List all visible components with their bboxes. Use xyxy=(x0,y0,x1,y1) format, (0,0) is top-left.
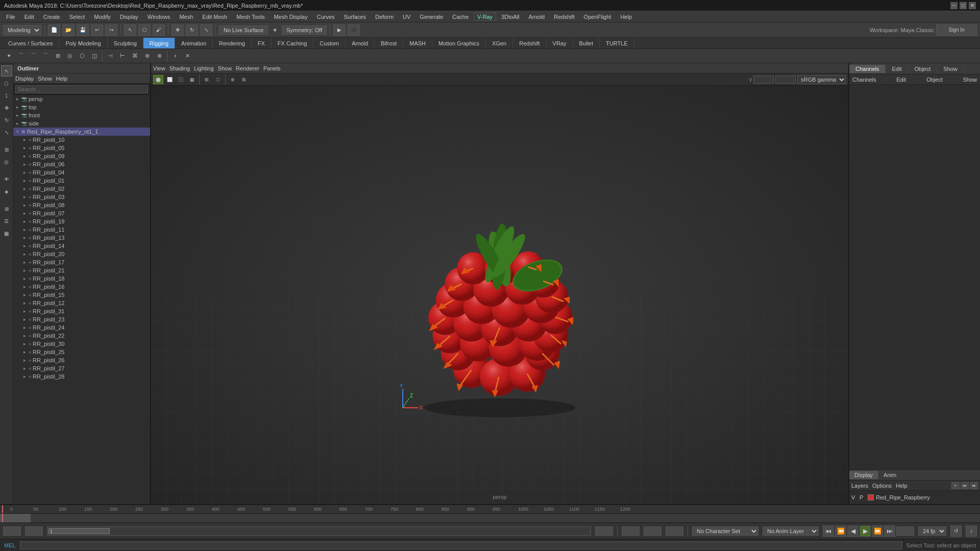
tab-turtle[interactable]: TURTLE xyxy=(600,38,634,48)
play-forward-button[interactable]: ▶ xyxy=(860,525,871,537)
select-mode-button[interactable]: ↖ xyxy=(1,65,12,77)
menu-edit[interactable]: Edit xyxy=(20,13,38,21)
rs-tab-edit[interactable]: Edit xyxy=(886,65,908,73)
symmetry-off-label[interactable]: Symmetry: Off xyxy=(282,26,327,35)
rs-tab-channels[interactable]: Channels xyxy=(849,65,886,73)
vp-ortho-btn[interactable]: ⊞ xyxy=(202,75,212,84)
rs-header-channels[interactable]: Channels xyxy=(852,77,876,83)
lasso-button[interactable]: ⤵ xyxy=(1,90,12,101)
ipr-button[interactable]: ⬛ xyxy=(348,24,360,36)
mode-dropdown[interactable]: Modeling xyxy=(3,25,41,35)
save-scene-button[interactable]: 💾 xyxy=(77,24,89,36)
menu-edit-mesh[interactable]: Edit Mesh xyxy=(198,13,231,21)
tab-arnold[interactable]: Arnold xyxy=(346,38,375,48)
da-tab-anim[interactable]: Anim xyxy=(878,471,902,479)
outliner-tree[interactable]: ▸ 📷 persp ▸ 📷 top ▸ 📷 front ▸ 📷 side xyxy=(13,95,150,504)
menu-vray[interactable]: V-Ray xyxy=(474,13,496,21)
outliner-item-root[interactable]: ▾ ⊞ Red_Ripe_Raspberry_nt1_1 xyxy=(13,128,150,136)
sign-in-button[interactable]: Sign In xyxy=(936,24,977,36)
scale-tool-button[interactable]: ⤡ xyxy=(200,24,212,36)
vp-persp-btn[interactable]: ⬡ xyxy=(213,75,223,84)
tab-curves-surfaces[interactable]: Curves / Surfaces xyxy=(2,38,59,48)
gamma-input-2[interactable]: 1.00 xyxy=(775,76,796,84)
vp-menu-shading[interactable]: Shading xyxy=(169,65,190,71)
move-tool-button[interactable]: ✥ xyxy=(172,24,184,36)
window-controls[interactable]: ─ □ ✕ xyxy=(950,2,976,9)
tab-motion-graphics[interactable]: Motion Graphics xyxy=(432,38,486,48)
tab-bullet[interactable]: Bullet xyxy=(573,38,600,48)
outliner-item-pistil-02[interactable]: ▸ ⟐ RR_pistil_02 xyxy=(13,185,150,193)
outliner-item-pistil-13[interactable]: ▸ ⟐ RR_pistil_13 xyxy=(13,234,150,242)
go-to-end-button[interactable]: ⏭ xyxy=(884,525,895,537)
outliner-display[interactable]: Display xyxy=(15,76,34,82)
outliner-item-pistil-15[interactable]: ▸ ⟐ RR_pistil_15 xyxy=(13,291,150,299)
menu-3dtoall[interactable]: 3DtoAll xyxy=(497,13,523,21)
scale-button[interactable]: ⤡ xyxy=(1,127,12,138)
outliner-item-persp[interactable]: ▸ 📷 persp xyxy=(13,95,150,103)
outliner-item-pistil-10[interactable]: ▸ ⟐ RR_pistil_10 xyxy=(13,136,150,144)
menu-redshift[interactable]: Redshift xyxy=(550,13,578,21)
menu-modify[interactable]: Modify xyxy=(90,13,114,21)
layer-right-button[interactable]: ➡ xyxy=(970,482,978,489)
timeline-playback-bar[interactable] xyxy=(0,514,980,522)
rs-header-edit[interactable]: Edit xyxy=(896,77,906,83)
outliner-item-pistil-12[interactable]: ▸ ⟐ RR_pistil_12 xyxy=(13,299,150,307)
timeline-scrub-bar[interactable]: 1 xyxy=(47,527,591,536)
minimize-button[interactable]: ─ xyxy=(950,2,958,9)
outliner-item-pistil-23[interactable]: ▸ ⟐ RR_pistil_23 xyxy=(13,315,150,323)
vp-menu-renderer[interactable]: Renderer xyxy=(236,65,259,71)
show-hide-button[interactable]: 👁 xyxy=(1,173,12,185)
vp-wire-btn[interactable]: ⬛ xyxy=(176,75,186,84)
outliner-item-pistil-09[interactable]: ▸ ⟐ RR_pistil_09 xyxy=(13,152,150,160)
menu-create[interactable]: Create xyxy=(39,13,64,21)
rig4-icon[interactable]: ⊕ xyxy=(141,51,153,62)
plus-icon[interactable]: ＋ xyxy=(169,51,181,62)
outliner-item-front[interactable]: ▸ 📷 front xyxy=(13,111,150,119)
render-button[interactable]: ▶ xyxy=(333,24,346,36)
undo-button[interactable]: ↩ xyxy=(91,24,103,36)
menu-help[interactable]: Help xyxy=(616,13,636,21)
tab-custom[interactable]: Custom xyxy=(313,38,346,48)
outliner-item-pistil-28[interactable]: ▸ ⟐ RR_pistil_28 xyxy=(13,372,150,381)
tab-rendering[interactable]: Rendering xyxy=(213,38,252,48)
layer-item-raspberry[interactable]: V P Red_Ripe_Raspberry xyxy=(851,493,978,502)
tab-sculpting[interactable]: Sculpting xyxy=(108,38,143,48)
menu-uv[interactable]: UV xyxy=(399,13,414,21)
outliner-item-pistil-30[interactable]: ▸ ⟐ RR_pistil_30 xyxy=(13,340,150,348)
grid-button[interactable]: ⊞ xyxy=(1,203,12,214)
menu-select[interactable]: Select xyxy=(65,13,89,21)
timeline-ruler[interactable]: 0 50 100 150 200 250 300 350 400 450 500… xyxy=(0,505,980,514)
no-anim-layer-select[interactable]: No Anim Layer xyxy=(763,527,819,536)
current-frame-input[interactable]: 1 xyxy=(3,527,21,536)
transform4-icon[interactable]: ◫ xyxy=(89,51,100,62)
outliner-item-pistil-07[interactable]: ▸ ⟐ RR_pistil_07 xyxy=(13,209,150,217)
menu-openflight[interactable]: OpenFlight xyxy=(580,13,616,21)
step-forward-button[interactable]: ⏩ xyxy=(872,525,883,537)
outliner-item-pistil-20[interactable]: ▸ ⟐ RR_pistil_20 xyxy=(13,250,150,258)
layer-add-button[interactable]: + xyxy=(951,482,960,489)
outliner-item-pistil-08[interactable]: ▸ ⟐ RR_pistil_08 xyxy=(13,201,150,209)
tab-poly-modeling[interactable]: Poly Modeling xyxy=(59,38,107,48)
audio-button[interactable]: ♪ xyxy=(966,525,977,537)
step-back-button[interactable]: ⏪ xyxy=(835,525,846,537)
play-back-button[interactable]: ◀ xyxy=(847,525,859,537)
range-end-input[interactable]: 120 xyxy=(644,527,662,536)
outliner-item-pistil-22[interactable]: ▸ ⟐ RR_pistil_22 xyxy=(13,332,150,340)
cross-icon[interactable]: ✕ xyxy=(182,51,193,62)
select-tool-button[interactable]: ↖ xyxy=(124,24,136,36)
menu-mesh[interactable]: Mesh xyxy=(175,13,197,21)
rotate-button[interactable]: ↻ xyxy=(1,114,12,126)
redo-button[interactable]: ↪ xyxy=(105,24,117,36)
mel-input[interactable] xyxy=(20,541,902,549)
gamma-preset-select[interactable]: sRGB gamma xyxy=(797,75,846,84)
menu-arnold[interactable]: Arnold xyxy=(524,13,549,21)
tab-vray[interactable]: VRay xyxy=(547,38,573,48)
vp-cam-button[interactable]: ⬤ xyxy=(153,75,163,84)
curve1-icon[interactable]: ⌒ xyxy=(15,51,27,62)
outliner-item-pistil-26[interactable]: ▸ ⟐ RR_pistil_26 xyxy=(13,356,150,364)
outliner-item-pistil-14[interactable]: ▸ ⟐ RR_pistil_14 xyxy=(13,242,150,250)
close-button[interactable]: ✕ xyxy=(969,2,976,9)
rs-header-show[interactable]: Show xyxy=(963,77,977,83)
vp-menu-show[interactable]: Show xyxy=(218,65,232,71)
outliner-item-pistil-04[interactable]: ▸ ⟐ RR_pistil_04 xyxy=(13,168,150,177)
